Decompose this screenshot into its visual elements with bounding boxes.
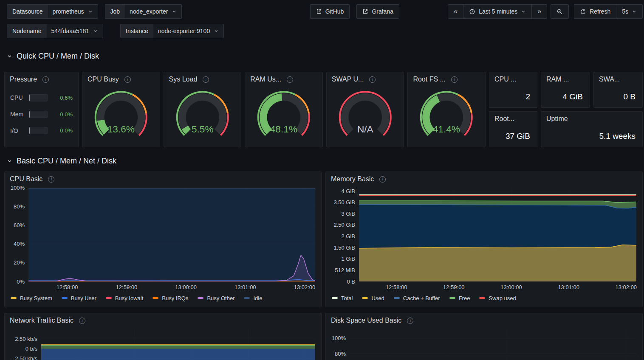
legend-item[interactable]: Busy Other [198,295,234,301]
info-icon[interactable]: i [379,176,386,183]
ram-used-gauge: 48.1% [245,88,322,142]
chevron-down-icon [632,9,637,14]
legend-item[interactable]: Busy IRQs [153,295,188,301]
refresh-controls: Refresh 5s [574,4,643,19]
sys-load-gauge: 5.5% [164,88,241,142]
svg-text:0%: 0% [17,278,25,285]
variable-label: Job [105,5,125,18]
legend-item[interactable]: Cache + Buffer [394,295,440,301]
chevron-down-icon [214,28,219,34]
svg-text:1 GiB: 1 GiB [341,256,355,262]
info-icon[interactable]: i [79,318,85,324]
svg-text:40%: 40% [14,241,25,247]
network-traffic-chart[interactable]: 2.50 kb/s0 b/s-2.50 kb/s [5,326,321,360]
legend-item[interactable]: Busy Iowait [106,295,143,301]
section-title: Basic CPU / Mem / Net / Disk [17,157,116,166]
svg-text:512 MiB: 512 MiB [335,267,355,273]
collapse-icon[interactable] [7,158,12,164]
legend-item[interactable]: Busy User [62,295,96,301]
svg-text:4 GiB: 4 GiB [341,188,355,194]
refresh-button[interactable]: Refresh [574,4,616,19]
instance-variable[interactable]: Instance node-exporter:9100 [120,24,224,38]
pressure-label: CPU [10,94,25,101]
svg-text:12:58:00: 12:58:00 [386,284,407,290]
variable-value[interactable]: node-exporter:9100 [153,24,223,38]
pressure-bar-gauge [29,94,48,101]
memory-basic-panel: Memory Basic i 0 B512 MiB1 GiB1.50 GiB2 … [325,172,643,307]
legend-item[interactable]: Free [449,295,470,301]
legend-swatch [362,297,368,299]
stat-panel-swap-total: SWA... 0 B [593,72,643,108]
gauge-panel-cpu-busy: CPU Busy i 13.6% [82,72,160,147]
grafana-dashboard: Datasource prometheus Job node_exporter … [0,0,644,360]
legend-swatch [479,297,485,299]
legend-swatch [106,297,112,299]
svg-text:12:59:00: 12:59:00 [116,284,138,290]
legend-label: Idle [253,295,262,301]
section-header-basic[interactable]: Basic CPU / Mem / Net / Disk [7,157,643,166]
panel-title: SWAP U... [332,76,364,83]
pressure-label: I/O [10,127,25,134]
legend-swatch [244,297,250,299]
info-icon[interactable]: i [407,318,413,324]
cpu-basic-panel: CPU Basic i 0%20%40%60%80%100%12:58:0012… [4,172,322,307]
info-icon[interactable]: i [48,176,54,183]
panel-title: Sys Load [169,76,198,83]
variables-row: Nodename 544fdaaa5181 Instance node-expo… [4,24,643,38]
memory-basic-chart[interactable]: 0 B512 MiB1 GiB1.50 GiB2 GiB2.50 GiB3 Gi… [326,185,642,292]
variable-value[interactable]: 544fdaaa5181 [47,24,103,38]
charts-row-1: CPU Basic i 0%20%40%60%80%100%12:58:0012… [4,172,643,307]
datasource-variable[interactable]: Datasource prometheus [7,4,98,19]
variable-value[interactable]: prometheus [48,5,98,18]
stat-value: 4 GiB [541,92,590,107]
svg-text:60%: 60% [14,222,25,228]
section-header-quick[interactable]: Quick CPU / Mem / Disk [7,52,643,61]
info-icon[interactable]: i [203,76,209,83]
zoom-out-button[interactable] [551,4,569,19]
legend-item[interactable]: Swap used [479,295,516,301]
disk-space-chart[interactable]: 100%80% [326,326,642,360]
time-range-forward-button[interactable]: » [531,4,547,19]
time-range-back-button[interactable]: « [448,4,463,19]
info-icon[interactable]: i [42,76,49,83]
nodename-variable[interactable]: Nodename 544fdaaa5181 [7,24,103,38]
legend-swatch [449,297,455,299]
variable-current-value: 544fdaaa5181 [51,28,90,34]
chevron-down-icon [172,9,177,14]
variable-current-value: node_exporter [130,8,168,15]
panel-title: CPU ... [494,76,517,83]
panel-title: CPU Basic [10,175,42,183]
legend-item[interactable]: Total [332,295,353,301]
pressure-bar-gauge [29,127,48,134]
cpu-basic-chart[interactable]: 0%20%40%60%80%100%12:58:0012:59:0013:00:… [5,185,321,292]
github-link-button[interactable]: GitHub [310,4,350,19]
grafana-link-button[interactable]: Grafana [356,4,399,19]
zoom-out-icon [556,8,563,15]
disk-space-used-basic-panel: Disk Space Used Basic i 100%80% [325,313,643,360]
pressure-value: 0.0% [60,111,73,118]
section-title: Quick CPU / Mem / Disk [17,52,99,61]
job-variable[interactable]: Job node_exporter [105,4,182,19]
variable-value[interactable]: node_exporter [125,5,181,18]
cpu-busy-gauge: 13.6% [82,88,160,142]
info-icon[interactable]: i [124,76,131,83]
stat-panel-uptime: Uptime 5.1 weeks [541,111,643,147]
legend-swatch [153,297,158,299]
info-icon[interactable]: i [369,76,376,83]
info-icon[interactable]: i [451,76,458,83]
variable-current-value: node-exporter:9100 [158,28,210,34]
info-icon[interactable]: i [287,76,293,83]
legend-item[interactable]: Busy System [11,295,52,301]
legend-item[interactable]: Idle [244,295,262,301]
variable-label: Instance [121,24,153,38]
variable-label: Datasource [7,5,48,18]
refresh-interval-select[interactable]: 5s [616,4,643,19]
variable-current-value: prometheus [53,8,84,15]
legend-item[interactable]: Used [362,295,384,301]
stat-value: 0 B [594,92,642,107]
svg-text:2.50 GiB: 2.50 GiB [333,222,355,228]
time-range-picker[interactable]: Last 5 minutes [463,4,532,19]
collapse-icon[interactable] [7,53,12,59]
panel-title: SWA... [599,76,620,83]
dashboard-toolbar: Datasource prometheus Job node_exporter … [4,4,643,19]
